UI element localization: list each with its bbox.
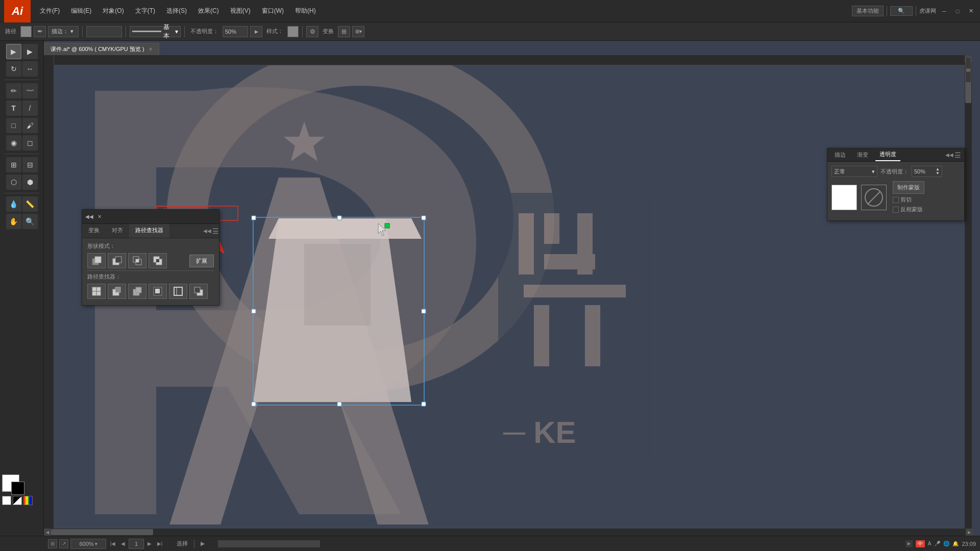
style-swatch[interactable] [287, 26, 299, 37]
paintbrush-tool-btn[interactable]: 🖌 [22, 118, 38, 133]
crop-btn[interactable] [149, 284, 167, 299]
menu-edit[interactable]: 编辑(E) [66, 5, 96, 17]
scroll-thumb-h[interactable] [51, 529, 153, 535]
panel-collapse-icon[interactable]: ◀◀ [203, 228, 211, 234]
maximize-button[interactable]: □ [952, 6, 963, 16]
intersect-btn[interactable] [128, 253, 146, 268]
rectangle-tool-btn[interactable]: □ [6, 118, 21, 133]
hand-tool-btn[interactable]: ✋ [6, 214, 21, 229]
swap-colors-btn[interactable] [13, 496, 22, 505]
menu-object[interactable]: 对象(O) [97, 5, 129, 17]
cut-checkbox[interactable] [893, 197, 899, 203]
blend-mode-dropdown[interactable]: 正常 ▾ [831, 166, 877, 177]
warp-tool-btn[interactable]: ⬢ [22, 174, 38, 190]
last-page-btn[interactable]: ▶| [155, 539, 164, 548]
pen-tool-btn[interactable]: ✒ [34, 26, 46, 37]
measure-tool-btn[interactable]: 📏 [22, 196, 38, 212]
pathfinder-close-btn[interactable]: ✕ [95, 213, 104, 221]
tab-transform[interactable]: 变换 [82, 224, 106, 238]
play-btn[interactable]: ▶ [201, 540, 205, 547]
minus-front-btn[interactable] [108, 253, 126, 268]
unite-btn[interactable] [87, 253, 106, 268]
menu-text[interactable]: 文字(T) [130, 5, 160, 17]
pathfinder-collapse-btn[interactable]: ◀◀ [85, 213, 93, 221]
selection-tool-btn[interactable]: ▶ [6, 44, 21, 59]
invert-checkbox[interactable] [893, 207, 899, 213]
tp-collapse-icon[interactable]: ◀◀ [945, 152, 953, 158]
exclude-btn[interactable] [149, 253, 167, 268]
right-icon-1[interactable] [965, 57, 971, 83]
page-number[interactable]: 1 [129, 539, 144, 549]
next-page-btn[interactable]: ▶ [145, 539, 154, 548]
zoom-tool-btn[interactable]: 🔍 [22, 214, 38, 229]
outline-btn[interactable] [169, 284, 187, 299]
stroke-type-dropdown[interactable]: 描边： ▾ [48, 26, 79, 37]
menu-select[interactable]: 选择(S) [161, 5, 192, 17]
tab-pathfinder[interactable]: 路径查找器 [129, 224, 169, 238]
line-tool-btn[interactable]: / [22, 101, 38, 116]
panel-menu-icon[interactable]: ☰ [212, 227, 219, 235]
smooth-tool-btn[interactable]: 〰 [22, 83, 38, 98]
tab-close-btn[interactable]: ✕ [149, 46, 153, 52]
page-nav-icon[interactable]: ↗ [59, 539, 68, 548]
opacity-panel-input[interactable]: 50% ▲▼ [912, 166, 942, 177]
reflect-tool-btn[interactable]: ↔ [22, 61, 38, 77]
minimize-button[interactable]: ─ [939, 6, 949, 16]
menu-file[interactable]: 文件(F) [35, 5, 65, 17]
gradient-btn[interactable] [23, 496, 33, 505]
menu-help[interactable]: 帮助(H) [290, 5, 321, 17]
gradient-mesh-btn[interactable]: ⊟ [22, 157, 38, 172]
view-options-btn[interactable]: ⊞▾ [352, 26, 364, 37]
tab-stroke-tp[interactable]: 描边 [830, 149, 850, 161]
expand-button[interactable]: 扩展 [189, 255, 214, 267]
stroke-line-style[interactable]: 基本 ▾ [130, 26, 181, 37]
tab-align[interactable]: 对齐 [106, 224, 129, 238]
merge-btn[interactable] [128, 284, 146, 299]
zoom-input[interactable]: 600% ▾ [70, 539, 106, 549]
menu-effect[interactable]: 效果(C) [193, 5, 224, 17]
make-mask-btn[interactable]: 制作蒙版 [893, 181, 924, 194]
right-scrollbar[interactable]: ▲ ▼ [965, 55, 972, 536]
workspace-selector[interactable]: 基本功能 [852, 6, 884, 16]
active-tab[interactable]: 课件.ai* @ 600% ( CMYK/GPU 预览 ) ✕ [44, 43, 159, 55]
opacity-input[interactable]: 50% [223, 26, 248, 37]
bottom-scrollbar[interactable]: ◀ ▶ [44, 529, 973, 536]
pencil-tool-btn[interactable]: ✏ [6, 83, 21, 98]
prev-page-btn[interactable]: ◀ [118, 539, 128, 548]
mask-thumbnail-white[interactable] [831, 185, 857, 210]
first-page-btn[interactable]: |◀ [108, 539, 117, 548]
settings-icon-btn[interactable]: ⚙ [306, 26, 318, 37]
scroll-left-btn[interactable]: ◀ [44, 529, 51, 536]
mask-thumbnail-none[interactable] [861, 185, 887, 210]
type-tool-btn[interactable]: T [6, 101, 21, 116]
opacity-play-btn[interactable]: ▶ [250, 26, 262, 37]
stroke-color-swatch[interactable] [20, 26, 32, 37]
rotate-tool-btn[interactable]: ↻ [6, 61, 21, 77]
menu-view[interactable]: 视图(V) [225, 5, 256, 17]
tab-transparency-tp[interactable]: 透明度 [875, 148, 900, 161]
stroke-weight-input[interactable] [86, 26, 122, 37]
menu-window[interactable]: 窗口(W) [257, 5, 289, 17]
h-scroll-thumb[interactable] [218, 540, 320, 547]
artboard-icon[interactable]: ⊞ [48, 539, 57, 548]
tab-gradient-tp[interactable]: 渐变 [853, 149, 872, 161]
scroll-right-btn[interactable]: ▶ [966, 529, 973, 536]
divide-btn[interactable] [87, 284, 106, 299]
shape-modes-buttons: 扩展 [87, 253, 214, 268]
mesh-tool-btn[interactable]: ⊞ [6, 157, 21, 172]
stroke-swatch[interactable] [11, 482, 24, 495]
transform-btn[interactable]: ⊞ [338, 26, 350, 37]
direct-selection-btn[interactable]: ▶ [22, 44, 38, 59]
trim-btn[interactable] [108, 284, 126, 299]
eraser-tool-btn[interactable]: ◻ [22, 135, 38, 151]
none-fill-btn[interactable] [2, 496, 11, 505]
close-button[interactable]: ✕ [966, 6, 976, 16]
svg-rect-6 [252, 216, 256, 220]
minus-back-btn[interactable] [189, 284, 208, 299]
search-box[interactable]: 🔍 [890, 6, 913, 16]
blob-tool-btn[interactable]: ◉ [6, 135, 21, 151]
scroll-right-end-btn[interactable]: ▶ [905, 540, 913, 547]
tp-menu-icon[interactable]: ☰ [954, 151, 961, 159]
perspective-tool-btn[interactable]: ⬡ [6, 174, 21, 190]
eyedropper-tool-btn[interactable]: 💧 [6, 196, 21, 212]
